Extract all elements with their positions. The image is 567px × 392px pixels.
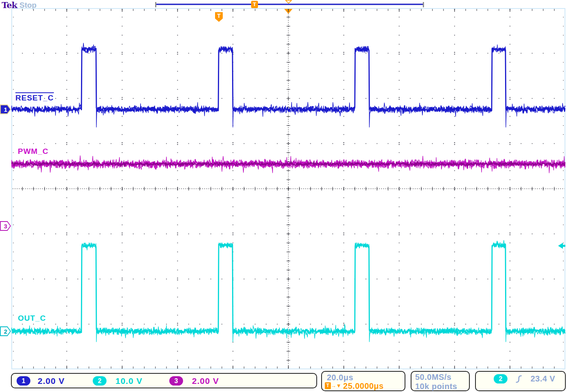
delay-arrow-icon: →▼ <box>331 383 341 389</box>
trigger-delay-value: 25.0000μs <box>343 381 384 390</box>
label-out-c: OUT_C <box>18 314 46 323</box>
svg-text:3: 3 <box>4 223 7 230</box>
trigger-level-arrow-icon <box>558 243 565 249</box>
trigger-level: 23.4 V <box>531 374 555 383</box>
channel-2-badge: 2 <box>93 376 107 386</box>
rising-edge-slope-icon <box>515 374 523 384</box>
svg-text:2: 2 <box>4 328 7 335</box>
channel-2-ground-marker: 2 <box>0 326 11 337</box>
trigger-source-badge: 2 <box>494 374 507 383</box>
timebase-box: 20.0μs T→▼ 25.0000μs <box>321 371 405 391</box>
oscilloscope-screen: Tek Stop T T 1 3 2 RESET_C PWM_C OUT_C 1… <box>0 0 567 392</box>
record-bar-line <box>156 4 423 5</box>
expansion-point-hollow-triangle-icon <box>285 0 292 4</box>
svg-text:1: 1 <box>4 106 7 113</box>
sample-rate: 50.0MS/s <box>415 373 452 382</box>
waveform-out_c <box>11 240 565 342</box>
channel-scales-box: 1 2.00 V 2 10.0 V 3 2.00 V <box>11 373 317 388</box>
graticule <box>11 8 565 369</box>
record-length: 10k points <box>415 382 457 391</box>
channel-1-scale: 2.00 V <box>38 376 65 386</box>
acquisition-box: 50.0MS/s 10k points <box>411 371 470 391</box>
channel-1-badge: 1 <box>17 376 30 386</box>
channel-3-badge: 3 <box>169 376 183 386</box>
timebase-scale: 20.0μs <box>327 373 353 382</box>
record-trigger-t-icon: T <box>251 1 258 8</box>
channel-1-ground-marker: 1 <box>0 104 11 115</box>
trigger-delay-readout: T→▼ 25.0000μs <box>325 382 384 390</box>
label-pwm-c: PWM_C <box>18 147 49 156</box>
grid-ticks <box>11 8 565 369</box>
trigger-box: 2 23.4 V <box>475 371 566 391</box>
label-reset-c: RESET_C <box>15 92 54 102</box>
channel-3-ground-marker: 3 <box>0 220 11 232</box>
channel-3-scale: 2.00 V <box>192 376 219 386</box>
channel-2-scale: 10.0 V <box>115 376 143 386</box>
delay-t-icon: T <box>325 382 331 389</box>
